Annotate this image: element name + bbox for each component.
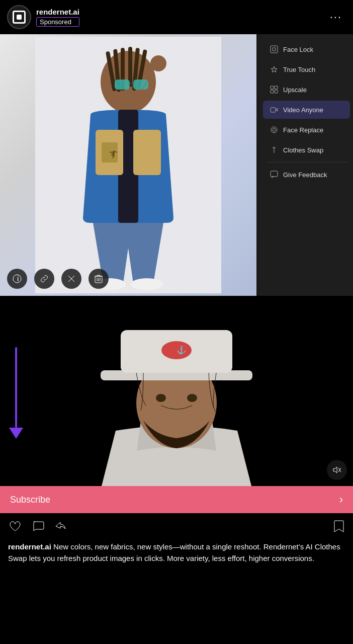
svg-rect-30 xyxy=(273,48,276,51)
subscribe-bar[interactable]: Subscribe › xyxy=(0,486,353,513)
svg-point-37 xyxy=(273,128,276,131)
heart-icon xyxy=(8,519,22,533)
avatar[interactable] xyxy=(7,5,31,29)
brand-logo-icon xyxy=(13,11,26,24)
svg-text:i: i xyxy=(17,274,19,283)
true-touch-label: True Touch xyxy=(283,66,315,73)
right-toolbar: Face Lock True Touch Upscale xyxy=(260,34,353,296)
true-touch-icon xyxy=(270,65,279,73)
share-button[interactable] xyxy=(54,520,67,533)
toolbar-item-true-touch[interactable]: True Touch xyxy=(263,60,350,78)
comment-icon xyxy=(31,519,45,533)
svg-point-36 xyxy=(271,127,277,133)
sponsored-badge: Sponsored xyxy=(36,17,79,27)
video-section: ⚓ xyxy=(0,300,353,486)
svg-rect-9 xyxy=(133,79,148,90)
action-left-group xyxy=(8,519,67,533)
save-button[interactable] xyxy=(333,519,345,533)
main-image-section: す i xyxy=(0,34,353,296)
image-content: す xyxy=(0,34,256,296)
link-icon xyxy=(40,274,49,283)
subscribe-label: Subscribe xyxy=(10,495,50,505)
svg-rect-38 xyxy=(271,171,278,177)
clothes-swap-icon xyxy=(270,146,279,154)
link-button[interactable] xyxy=(34,269,54,289)
toolbar-item-upscale[interactable]: Upscale xyxy=(263,80,350,99)
image-action-bar: i xyxy=(7,269,109,289)
arrow-line xyxy=(15,347,17,428)
svg-rect-15 xyxy=(133,130,161,175)
account-details: rendernet.ai Sponsored xyxy=(36,8,79,27)
svg-rect-32 xyxy=(275,86,278,89)
caption-text: rendernet.ai New colors, new fabrics, ne… xyxy=(8,541,345,564)
bookmark-icon xyxy=(333,519,345,533)
info-button[interactable]: i xyxy=(7,269,27,289)
action-row xyxy=(0,513,353,539)
delete-button[interactable] xyxy=(89,269,109,289)
trash-icon xyxy=(95,274,103,283)
give-feedback-label: Give Feedback xyxy=(283,171,327,179)
clothes-swap-label: Clothes Swap xyxy=(283,146,323,154)
svg-rect-35 xyxy=(271,108,276,112)
arrow-overlay xyxy=(9,347,23,439)
subscribe-arrow-icon: › xyxy=(339,493,343,506)
face-lock-icon xyxy=(270,45,279,53)
svg-rect-33 xyxy=(271,90,274,93)
post-header: rendernet.ai Sponsored ··· xyxy=(0,0,353,34)
more-options-button[interactable]: ··· xyxy=(326,9,346,26)
comment-button[interactable] xyxy=(31,519,45,533)
video-anyone-label: Video Anyone xyxy=(283,106,323,114)
upscale-icon xyxy=(270,86,279,94)
upscale-label: Upscale xyxy=(283,86,307,94)
caption-body: New colors, new fabrics, new styles—with… xyxy=(8,542,340,562)
caption-brand[interactable]: rendernet.ai xyxy=(8,542,51,551)
account-info-group: rendernet.ai Sponsored xyxy=(7,5,79,29)
svg-rect-31 xyxy=(271,86,274,89)
toolbar-item-clothes-swap[interactable]: Clothes Swap xyxy=(263,141,350,159)
video-person-svg: ⚓ xyxy=(0,300,353,486)
give-feedback-icon xyxy=(270,171,279,179)
arrow-head xyxy=(9,428,23,439)
toolbar-item-give-feedback[interactable]: Give Feedback xyxy=(263,166,350,184)
toolbar-item-video-anyone[interactable]: Video Anyone xyxy=(263,101,350,119)
fashion-person-svg: す xyxy=(35,37,221,293)
account-name[interactable]: rendernet.ai xyxy=(36,8,79,16)
close-icon xyxy=(68,275,75,282)
svg-text:す: す xyxy=(110,149,118,158)
mute-button[interactable] xyxy=(327,460,347,480)
mute-icon xyxy=(332,465,341,474)
logo-inner xyxy=(17,15,22,20)
close-button[interactable] xyxy=(61,269,81,289)
fashion-image: す i xyxy=(0,34,256,296)
face-lock-label: Face Lock xyxy=(283,46,313,53)
svg-point-12 xyxy=(150,55,166,71)
video-anyone-icon xyxy=(270,106,279,114)
toolbar-item-face-replace[interactable]: Face Replace xyxy=(263,121,350,139)
svg-point-19 xyxy=(131,278,163,290)
face-replace-icon xyxy=(270,126,279,134)
share-icon xyxy=(54,520,67,533)
toolbar-divider xyxy=(266,162,347,163)
svg-text:⚓: ⚓ xyxy=(176,345,187,355)
svg-point-45 xyxy=(156,394,166,402)
svg-rect-34 xyxy=(275,90,278,93)
info-icon: i xyxy=(13,274,22,283)
face-replace-label: Face Replace xyxy=(283,126,323,134)
svg-rect-29 xyxy=(271,46,278,53)
like-button[interactable] xyxy=(8,519,22,533)
video-background: ⚓ xyxy=(0,300,353,486)
svg-point-46 xyxy=(187,394,197,402)
caption-area: rendernet.ai New colors, new fabrics, ne… xyxy=(0,539,353,572)
toolbar-item-face-lock[interactable]: Face Lock xyxy=(263,40,350,58)
svg-rect-8 xyxy=(115,79,130,90)
